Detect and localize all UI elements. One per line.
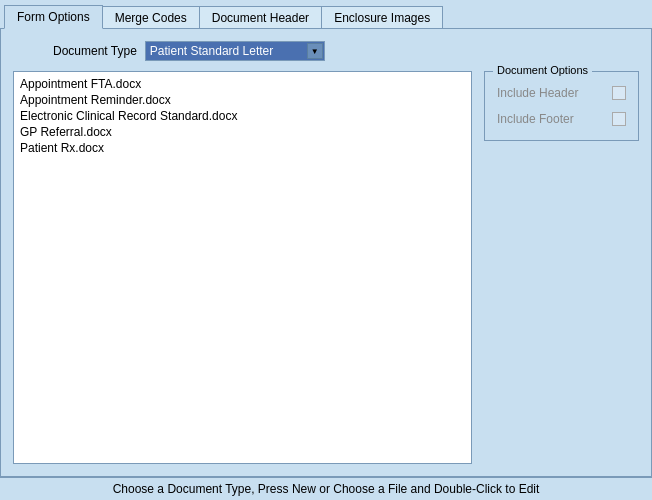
document-options-panel: Document Options Include Header Include … bbox=[484, 71, 639, 141]
include-footer-checkbox[interactable] bbox=[612, 112, 626, 126]
tab-enclosure-images[interactable]: Enclosure Images bbox=[321, 6, 443, 29]
include-footer-row: Include Footer bbox=[493, 106, 630, 132]
document-type-select[interactable]: Patient Standard Letter bbox=[145, 41, 325, 61]
include-footer-label: Include Footer bbox=[497, 112, 574, 126]
document-type-label: Document Type bbox=[53, 44, 137, 58]
list-item[interactable]: Patient Rx.docx bbox=[18, 140, 467, 156]
file-list[interactable]: Appointment FTA.docx Appointment Reminde… bbox=[13, 71, 472, 464]
list-item[interactable]: Electronic Clinical Record Standard.docx bbox=[18, 108, 467, 124]
main-container: Form Options Merge Codes Document Header… bbox=[0, 0, 652, 500]
tab-merge-codes[interactable]: Merge Codes bbox=[102, 6, 200, 29]
document-type-row: Document Type Patient Standard Letter ▼ bbox=[13, 41, 639, 61]
document-type-select-wrapper: Patient Standard Letter ▼ bbox=[145, 41, 325, 61]
tabs-bar: Form Options Merge Codes Document Header… bbox=[0, 0, 652, 28]
tab-document-header[interactable]: Document Header bbox=[199, 6, 322, 29]
list-item[interactable]: Appointment FTA.docx bbox=[18, 76, 467, 92]
tab-form-options[interactable]: Form Options bbox=[4, 5, 103, 29]
status-text: Choose a Document Type, Press New or Cho… bbox=[113, 482, 540, 496]
status-bar: Choose a Document Type, Press New or Cho… bbox=[0, 477, 652, 500]
include-header-row: Include Header bbox=[493, 80, 630, 106]
include-header-checkbox[interactable] bbox=[612, 86, 626, 100]
list-item[interactable]: GP Referral.docx bbox=[18, 124, 467, 140]
content-area: Document Type Patient Standard Letter ▼ … bbox=[0, 28, 652, 477]
include-header-label: Include Header bbox=[497, 86, 578, 100]
list-item[interactable]: Appointment Reminder.docx bbox=[18, 92, 467, 108]
main-content-row: Appointment FTA.docx Appointment Reminde… bbox=[13, 71, 639, 464]
document-options-legend: Document Options bbox=[493, 64, 592, 76]
